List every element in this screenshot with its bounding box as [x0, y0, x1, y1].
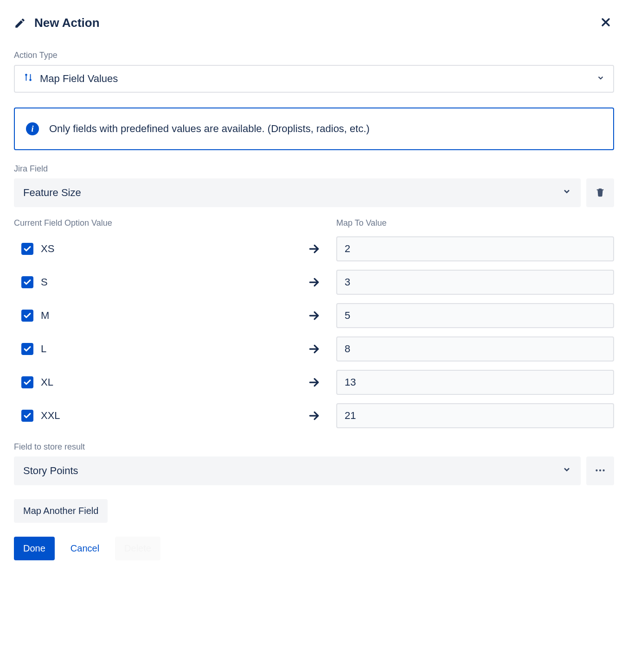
mappings-list: XSSMLXLXXL: [14, 236, 614, 428]
action-type-section: Action Type Map Field Values: [14, 51, 614, 93]
mapping-row: S: [14, 270, 614, 295]
cancel-button[interactable]: Cancel: [61, 537, 109, 560]
map-to-value-header: Map To Value: [336, 218, 614, 228]
close-icon: [599, 23, 612, 30]
chevron-down-icon: [562, 465, 571, 477]
mapping-row: XL: [14, 370, 614, 395]
mapping-value-input[interactable]: [336, 403, 614, 428]
result-field-select[interactable]: Story Points: [14, 456, 581, 485]
info-text: Only fields with predefined values are a…: [49, 123, 370, 135]
mapping-checkbox[interactable]: [21, 310, 33, 322]
action-type-label: Action Type: [14, 51, 614, 60]
mapping-option-label: XL: [41, 376, 53, 388]
mapping-option-cell: XXL: [14, 410, 292, 422]
chevron-down-icon: [562, 187, 571, 199]
mapping-value-input[interactable]: [336, 236, 614, 261]
jira-field-value: Feature Size: [23, 187, 81, 199]
dialog-title: New Action: [34, 16, 100, 30]
result-field-value: Story Points: [23, 465, 78, 477]
action-type-select[interactable]: Map Field Values: [14, 65, 614, 93]
arrow-right-icon: [300, 343, 328, 355]
done-button[interactable]: Done: [14, 537, 55, 560]
mapping-option-label: M: [41, 310, 49, 322]
result-field-section: Field to store result Story Points: [14, 442, 614, 485]
result-field-more-button[interactable]: [586, 456, 614, 485]
svg-rect-1: [26, 76, 27, 81]
pencil-icon: [14, 17, 26, 29]
trash-icon: [595, 187, 605, 199]
mapping-option-cell: L: [14, 343, 292, 355]
mapping-row: XXL: [14, 403, 614, 428]
info-icon: i: [26, 122, 39, 135]
mapping-option-cell: M: [14, 310, 292, 322]
arrow-right-icon: [300, 243, 328, 255]
jira-field-label: Jira Field: [14, 164, 614, 174]
mapping-row: L: [14, 336, 614, 361]
current-value-header: Current Field Option Value: [14, 218, 292, 228]
delete-field-button[interactable]: [586, 178, 614, 207]
mapping-option-label: S: [41, 276, 48, 288]
svg-rect-3: [30, 74, 31, 79]
mapping-option-label: XS: [41, 243, 54, 255]
mapping-value-input[interactable]: [336, 303, 614, 328]
result-field-label: Field to store result: [14, 442, 614, 452]
mapping-columns-header: Current Field Option Value Map To Value: [14, 218, 614, 228]
mapping-value-cell: [336, 370, 614, 395]
mapping-row: M: [14, 303, 614, 328]
close-button[interactable]: [597, 14, 614, 32]
svg-point-10: [596, 469, 597, 471]
jira-field-section: Jira Field Feature Size: [14, 164, 614, 207]
mapping-row: XS: [14, 236, 614, 261]
mapping-value-cell: [336, 270, 614, 295]
info-banner: i Only fields with predefined values are…: [14, 108, 614, 150]
header-left: New Action: [14, 16, 100, 30]
mapping-value-input[interactable]: [336, 336, 614, 361]
mapping-option-cell: XL: [14, 376, 292, 388]
dialog-header: New Action: [14, 14, 614, 32]
mapping-value-cell: [336, 303, 614, 328]
mapping-checkbox[interactable]: [21, 343, 33, 355]
mapping-option-label: XXL: [41, 410, 60, 422]
svg-point-2: [29, 79, 32, 81]
arrow-right-icon: [300, 276, 328, 288]
delete-button[interactable]: Delete: [115, 537, 160, 560]
svg-point-12: [602, 469, 604, 471]
more-icon: [594, 464, 606, 478]
jira-field-select[interactable]: Feature Size: [14, 178, 581, 207]
svg-point-0: [25, 74, 27, 76]
arrow-right-icon: [300, 376, 328, 388]
mapping-value-input[interactable]: [336, 370, 614, 395]
arrow-right-icon: [300, 410, 328, 422]
mapping-checkbox[interactable]: [21, 276, 33, 288]
mapping-value-cell: [336, 236, 614, 261]
mapping-checkbox[interactable]: [21, 376, 33, 388]
mapping-option-label: L: [41, 343, 46, 355]
map-another-field-button[interactable]: Map Another Field: [14, 499, 108, 523]
svg-point-11: [599, 469, 601, 471]
mapping-value-cell: [336, 403, 614, 428]
arrow-right-icon: [300, 310, 328, 322]
mapping-value-cell: [336, 336, 614, 361]
mapping-checkbox[interactable]: [21, 410, 33, 422]
mapping-option-cell: S: [14, 276, 292, 288]
mapping-option-cell: XS: [14, 243, 292, 255]
mapping-value-input[interactable]: [336, 270, 614, 295]
action-type-value: Map Field Values: [40, 73, 118, 85]
config-icon: [23, 72, 33, 85]
chevron-down-icon: [596, 73, 605, 85]
mapping-checkbox[interactable]: [21, 243, 33, 255]
